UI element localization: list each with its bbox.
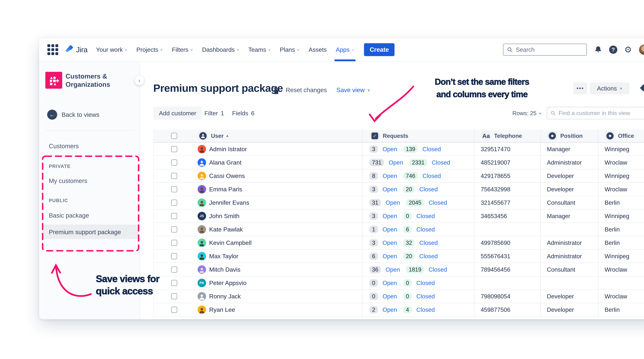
row-checkbox[interactable]: [171, 226, 177, 233]
reset-changes-button[interactable]: Reset changes: [286, 86, 327, 93]
closed-link[interactable]: Closed: [419, 253, 438, 260]
save-view-button[interactable]: Save view∨: [336, 86, 370, 93]
row-checkbox[interactable]: [171, 307, 177, 313]
user-name[interactable]: Kevin Campbell: [209, 239, 252, 246]
user-name[interactable]: Jennifer Evans: [209, 199, 249, 206]
column-header-telephone[interactable]: Telephone: [494, 133, 522, 139]
search-input[interactable]: [516, 46, 583, 53]
back-to-views[interactable]: ← Back to views: [47, 110, 99, 120]
column-header-office[interactable]: Office: [618, 133, 634, 139]
fields-button[interactable]: Fields6: [232, 110, 254, 117]
global-search[interactable]: [503, 44, 587, 56]
nav-dashboards[interactable]: Dashboards∨: [202, 38, 239, 61]
closed-link[interactable]: Closed: [416, 280, 435, 287]
row-checkbox[interactable]: [171, 159, 177, 166]
closed-link[interactable]: Closed: [419, 239, 438, 246]
row-checkbox[interactable]: [171, 200, 177, 206]
find-customer-input[interactable]: [558, 110, 644, 117]
select-all-checkbox[interactable]: [171, 133, 177, 139]
row-checkbox[interactable]: [171, 240, 177, 246]
closed-link[interactable]: Closed: [422, 146, 441, 153]
user-avatar[interactable]: [639, 44, 644, 55]
table-row[interactable]: Admin Istrator 3 Open 139 Closed 3295174…: [154, 143, 644, 156]
user-name[interactable]: Kate Pawlak: [209, 226, 243, 233]
open-link[interactable]: Open: [382, 146, 397, 153]
table-row[interactable]: Cassi Owens 8 Open 746 Closed 429178655 …: [154, 169, 644, 183]
row-checkbox[interactable]: [171, 186, 177, 192]
table-row[interactable]: Emma Paris 3 Open 20 Closed 756432998 De…: [154, 183, 644, 196]
user-name[interactable]: Alana Grant: [209, 159, 242, 166]
table-row[interactable]: Alana Grant 731 Open 2331 Closed 4852190…: [154, 156, 644, 169]
row-checkbox[interactable]: [171, 293, 177, 300]
column-header-requests[interactable]: Requests: [383, 133, 408, 139]
table-row[interactable]: PA Peter Appsvio 0 Open 0 Closed: [154, 276, 644, 290]
nav-projects[interactable]: Projects∨: [136, 38, 163, 61]
label-tag-icon[interactable]: [639, 83, 644, 93]
table-row[interactable]: Ronny Jack 0 Open 0 Closed 798098054 Dev…: [154, 290, 644, 303]
more-options-button[interactable]: •••: [574, 82, 587, 94]
create-button[interactable]: Create: [364, 43, 394, 56]
open-link[interactable]: Open: [382, 280, 397, 287]
closed-link[interactable]: Closed: [432, 159, 450, 166]
sort-ascending-icon[interactable]: ∧: [226, 134, 229, 138]
open-link[interactable]: Open: [382, 172, 397, 179]
user-name[interactable]: Admin Istrator: [209, 146, 247, 153]
nav-filters[interactable]: Filters∨: [172, 38, 193, 61]
closed-link[interactable]: Closed: [416, 213, 435, 220]
find-customer-search[interactable]: [547, 107, 644, 119]
user-name[interactable]: Peter Appsvio: [209, 279, 246, 287]
sidebar-item-premium-support-package[interactable]: Premium support package: [49, 229, 121, 236]
nav-your-work[interactable]: Your work∨: [96, 38, 127, 61]
closed-link[interactable]: Closed: [428, 266, 447, 273]
closed-link[interactable]: Closed: [416, 226, 435, 233]
open-link[interactable]: Open: [382, 239, 397, 246]
rows-per-page-select[interactable]: Rows: 25 ∨: [512, 110, 542, 117]
app-switcher-icon[interactable]: [48, 44, 58, 55]
open-link[interactable]: Open: [382, 226, 397, 233]
settings-gear-icon[interactable]: ⚙: [624, 45, 632, 54]
row-checkbox[interactable]: [171, 253, 177, 259]
table-row[interactable]: Kevin Campbell 3 Open 32 Closed 49978569…: [154, 236, 644, 250]
closed-link[interactable]: Closed: [416, 306, 435, 313]
user-name[interactable]: Ronny Jack: [209, 293, 241, 300]
row-checkbox[interactable]: [171, 280, 177, 286]
filter-button[interactable]: Filter1: [204, 110, 224, 117]
table-row[interactable]: JS John Smith 3 Open 0 Closed 34653456 M…: [154, 210, 644, 223]
open-link[interactable]: Open: [382, 293, 397, 300]
open-link[interactable]: Open: [382, 253, 397, 260]
sidebar-item-my-customers[interactable]: My customers: [49, 177, 87, 184]
column-header-user[interactable]: User: [211, 133, 224, 139]
open-link[interactable]: Open: [388, 159, 403, 166]
open-link[interactable]: Open: [382, 306, 397, 313]
table-row[interactable]: Mitch Davis 36 Open 1819 Closed 78945645…: [154, 263, 644, 276]
nav-plans[interactable]: Plans∨: [280, 38, 300, 61]
open-link[interactable]: Open: [382, 213, 397, 220]
nav-apps[interactable]: Apps∨: [336, 38, 354, 61]
open-link[interactable]: Open: [386, 266, 400, 273]
table-row[interactable]: Max Taylor 6 Open 20 Closed 555676431 Ad…: [154, 250, 644, 263]
user-name[interactable]: Mitch Davis: [209, 266, 240, 273]
open-link[interactable]: Open: [382, 186, 397, 193]
closed-link[interactable]: Closed: [428, 199, 447, 206]
sidebar-item-customers[interactable]: Customers: [49, 143, 79, 150]
user-name[interactable]: Emma Paris: [209, 186, 242, 193]
row-checkbox[interactable]: [171, 267, 177, 273]
user-name[interactable]: Ryan Lee: [209, 306, 235, 313]
row-checkbox[interactable]: [171, 146, 177, 152]
sidebar-item-basic-package[interactable]: Basic package: [49, 212, 89, 219]
add-customer-button[interactable]: Add customer: [153, 106, 202, 120]
table-row[interactable]: Ryan Lee 2 Open 4 Closed 459877506 Devel…: [154, 303, 644, 317]
user-name[interactable]: Max Taylor: [209, 253, 238, 260]
table-row[interactable]: Jennifer Evans 31 Open 2045 Closed 32145…: [154, 196, 644, 210]
open-link[interactable]: Open: [386, 199, 400, 206]
closed-link[interactable]: Closed: [419, 186, 438, 193]
row-checkbox[interactable]: [171, 173, 177, 179]
user-name[interactable]: Cassi Owens: [209, 172, 245, 179]
actions-button[interactable]: Actions∨: [590, 82, 630, 94]
help-icon[interactable]: ?: [609, 45, 617, 54]
notifications-bell-icon[interactable]: [594, 46, 602, 54]
column-header-position[interactable]: Position: [560, 133, 583, 139]
user-name[interactable]: John Smith: [209, 212, 240, 220]
closed-link[interactable]: Closed: [422, 172, 441, 179]
nav-assets[interactable]: Assets: [308, 38, 327, 61]
